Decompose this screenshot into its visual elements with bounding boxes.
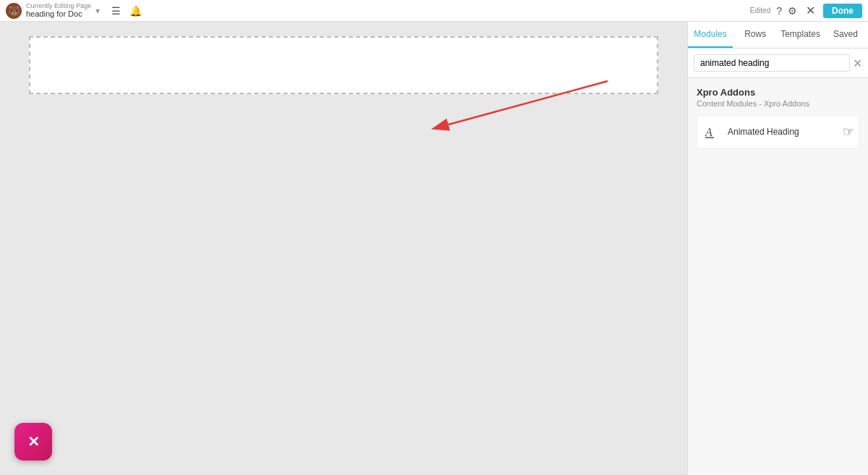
- list-icon[interactable]: ☰: [111, 5, 121, 17]
- right-panel: Modules Rows Templates Saved ✕ Xpro Addo…: [687, 22, 868, 475]
- page-title: heading for Doc: [26, 9, 91, 18]
- done-button[interactable]: Done: [823, 4, 862, 18]
- cursor-icon: ☞: [843, 124, 854, 140]
- page-subtitle: Currently Editing Page: [26, 3, 91, 10]
- section-subtitle: Content Modules - Xpro Addons: [697, 99, 859, 108]
- panel-content: Xpro Addons Content Modules - Xpro Addon…: [688, 78, 868, 475]
- edited-label: Edited: [750, 7, 770, 14]
- top-bar: 🐻 Currently Editing Page heading for Doc…: [0, 0, 868, 22]
- panel-tabs: Modules Rows Templates Saved: [688, 22, 868, 49]
- x-icon: ✕: [27, 433, 40, 450]
- svg-text:A: A: [705, 126, 712, 138]
- tab-templates[interactable]: Templates: [778, 22, 823, 48]
- top-bar-left: 🐻 Currently Editing Page heading for Doc…: [6, 3, 750, 19]
- search-input[interactable]: [694, 54, 850, 72]
- search-clear-icon[interactable]: ✕: [853, 56, 862, 70]
- avatar: 🐻: [6, 3, 22, 19]
- tab-modules[interactable]: Modules: [688, 22, 733, 48]
- settings-icon[interactable]: ⚙: [788, 5, 797, 17]
- module-icon-animated-heading: A: [702, 122, 722, 142]
- tab-rows[interactable]: Rows: [733, 22, 778, 48]
- chevron-down-icon[interactable]: ▾: [95, 6, 100, 16]
- tab-saved[interactable]: Saved: [823, 22, 868, 48]
- page-block: [29, 36, 658, 94]
- top-bar-right: Edited ? ⚙ ✕ Done: [750, 4, 862, 18]
- canvas-area: [0, 22, 687, 475]
- bell-icon[interactable]: 🔔: [129, 5, 142, 17]
- search-bar: ✕: [688, 49, 868, 78]
- module-label-animated-heading: Animated Heading: [728, 127, 843, 137]
- close-button[interactable]: ✕: [803, 4, 817, 18]
- cancel-button[interactable]: ✕: [14, 423, 52, 461]
- section-title: Xpro Addons: [697, 87, 859, 98]
- title-group: Currently Editing Page heading for Doc: [26, 3, 91, 19]
- module-item-animated-heading[interactable]: A Animated Heading ☞: [697, 115, 859, 148]
- help-icon[interactable]: ?: [776, 5, 782, 17]
